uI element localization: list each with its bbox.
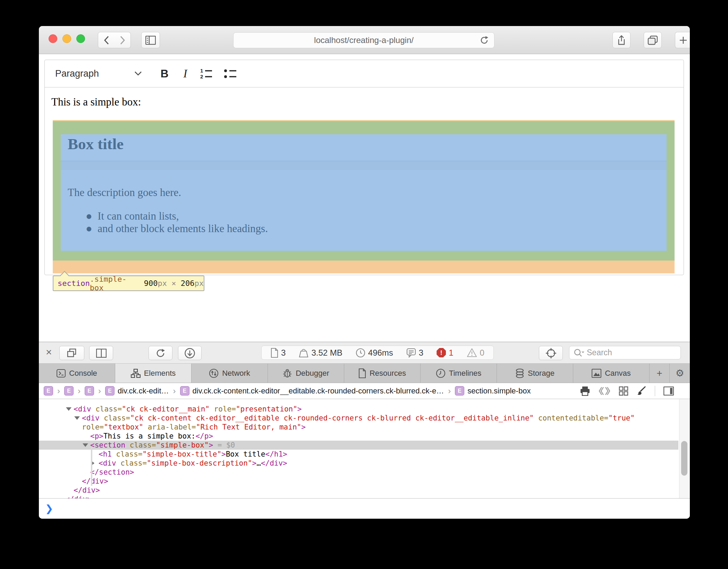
box-bullet-item[interactable]: ● It can contain lists,	[86, 210, 179, 222]
tab-overview-button[interactable]	[644, 32, 662, 48]
network-icon	[209, 368, 219, 378]
stat-errors[interactable]: ! 1	[437, 348, 453, 358]
box-bullet-item[interactable]: ● and other block elements like headings…	[86, 222, 268, 235]
close-window-button[interactable]	[49, 34, 57, 43]
element-picker-button[interactable]	[539, 346, 563, 360]
italic-button[interactable]: I	[177, 67, 194, 80]
expanded-arrow-icon[interactable]	[83, 443, 88, 447]
reload-icon[interactable]	[480, 35, 489, 45]
web-inspector-panel: × 3 3.52 MB	[39, 342, 690, 519]
stat-documents[interactable]: 3	[271, 348, 286, 358]
forward-button[interactable]	[114, 32, 131, 48]
dom-tree-line[interactable]: <p>This is a simple box:</p>	[39, 432, 678, 441]
details-sidebar-toggle-button[interactable]	[663, 387, 674, 396]
dom-tree-line[interactable]: <div class="ck ck-content ck-editor__edi…	[39, 414, 678, 423]
dock-side-button[interactable]	[89, 346, 113, 360]
tree-scrollbar[interactable]	[679, 399, 690, 498]
stat-load-time[interactable]: 496ms	[356, 348, 393, 358]
expanded-arrow-icon[interactable]	[74, 416, 80, 420]
code-segment: </h1>	[265, 450, 287, 458]
dom-tree-line[interactable]: </div>	[39, 486, 678, 495]
code-segment: >	[297, 405, 302, 413]
expanded-arrow-icon[interactable]	[66, 407, 71, 411]
tab-console[interactable]: Console	[39, 364, 115, 383]
share-icon	[617, 35, 626, 45]
editor-paragraph-text[interactable]: This is a simple box:	[51, 96, 141, 108]
code-segment: class=	[100, 414, 130, 422]
svg-text:2: 2	[200, 74, 203, 79]
stat-console-messages[interactable]: 3	[406, 348, 423, 358]
back-button[interactable]	[98, 32, 115, 48]
bulleted-list-icon	[223, 68, 237, 79]
simple-box-title[interactable]: Box title	[68, 135, 124, 153]
sidebar-toggle-button[interactable]	[141, 32, 160, 48]
tab-label: Resources	[370, 369, 406, 378]
tab-storage[interactable]: Storage	[497, 364, 573, 383]
scrollbar-thumb[interactable]	[681, 441, 687, 476]
console-icon	[57, 369, 66, 378]
styles-paintbrush-button[interactable]	[637, 386, 646, 396]
dom-tree-line[interactable]: </div>	[39, 495, 678, 498]
tab-elements[interactable]: Elements	[115, 364, 192, 383]
breadcrumb-item-selected[interactable]: Esection.simple-box	[455, 386, 531, 396]
dom-tree-line[interactable]: </section>	[39, 468, 678, 477]
document-icon	[271, 348, 278, 358]
paragraph-style-dropdown[interactable]: Paragraph	[45, 68, 142, 79]
download-webarchive-button[interactable]	[178, 346, 202, 360]
tab-timelines[interactable]: Timelines	[421, 364, 497, 383]
layout-grid-button[interactable]	[619, 386, 628, 396]
new-tab-button[interactable]	[675, 32, 690, 48]
tab-network[interactable]: Network	[192, 364, 268, 383]
crosshair-icon	[545, 347, 557, 359]
tooltip-tag: section	[58, 279, 90, 288]
inspector-settings-button[interactable]: ⚙	[670, 364, 690, 383]
tooltip-width: 900	[144, 279, 158, 288]
code-segment: This is a simple box:	[103, 432, 196, 440]
detach-inspector-button[interactable]	[59, 346, 84, 360]
breadcrumb-item[interactable]: E	[64, 386, 74, 396]
stat-warnings[interactable]: 0	[467, 348, 484, 358]
dom-tree-line[interactable]: <h1 class="simple-box-title">Box title</…	[39, 450, 678, 459]
dom-tree-line[interactable]: <section class="simple-box"> = $0	[39, 441, 678, 450]
tab-debugger[interactable]: Debugger	[268, 364, 344, 383]
highlight-content-box[interactable]: Box title The description goes here. ● I…	[61, 134, 667, 251]
add-tab-button[interactable]: +	[650, 364, 670, 383]
close-inspector-button[interactable]: ×	[46, 346, 52, 358]
source-code-button[interactable]	[599, 387, 610, 396]
simple-box-description[interactable]: The description goes here.	[68, 186, 181, 199]
print-styles-button[interactable]	[580, 386, 590, 396]
dom-tree-line[interactable]: <div class="ck ck-editor__main" role="pr…	[39, 405, 678, 414]
dom-tree-line[interactable]: <div class="simple-box-description">…</d…	[39, 459, 678, 468]
minimize-window-button[interactable]	[62, 34, 71, 43]
dom-tree-line[interactable]: </div>	[39, 477, 678, 486]
breadcrumb-item[interactable]: Ediv.ck.ck-edit…	[105, 386, 169, 396]
bold-button[interactable]: B	[152, 67, 177, 80]
detach-icon	[67, 348, 77, 358]
address-bar[interactable]: localhost/creating-a-plugin/	[233, 32, 494, 48]
code-segment: "ck ck-editor__main"	[122, 405, 210, 413]
breadcrumb-item[interactable]: Ediv.ck.ck-content.ck-editor__editable.c…	[180, 386, 444, 396]
reload-page-button[interactable]	[149, 346, 172, 360]
tab-canvas[interactable]: Canvas	[573, 364, 650, 383]
element-badge: E	[455, 386, 464, 396]
breadcrumb-tool-icons	[580, 383, 674, 399]
code-segment: <div	[99, 459, 116, 467]
share-button[interactable]	[612, 32, 630, 48]
stat-transferred[interactable]: 3.52 MB	[299, 348, 342, 358]
breadcrumb-item[interactable]: E	[44, 386, 53, 396]
bulleted-list-button[interactable]	[218, 68, 243, 79]
dom-tree-line[interactable]: role="textbox" aria-label="Rich Text Edi…	[39, 423, 678, 432]
stat-console-messages-value: 3	[419, 348, 423, 358]
inspector-search-input[interactable]: Search	[569, 346, 681, 359]
zoom-window-button[interactable]	[76, 34, 85, 43]
element-badge: E	[44, 386, 53, 396]
numbered-list-button[interactable]: 12	[194, 68, 218, 79]
tooltip-height: 206	[181, 279, 195, 288]
toolbar-divider	[655, 386, 655, 396]
code-segment: role=	[82, 423, 104, 431]
quick-console-prompt[interactable]: ❯	[39, 498, 690, 519]
box-description-divider	[61, 169, 667, 170]
tab-resources[interactable]: Resources	[344, 364, 421, 383]
breadcrumb-item[interactable]: E	[85, 386, 94, 396]
download-icon	[184, 348, 195, 359]
